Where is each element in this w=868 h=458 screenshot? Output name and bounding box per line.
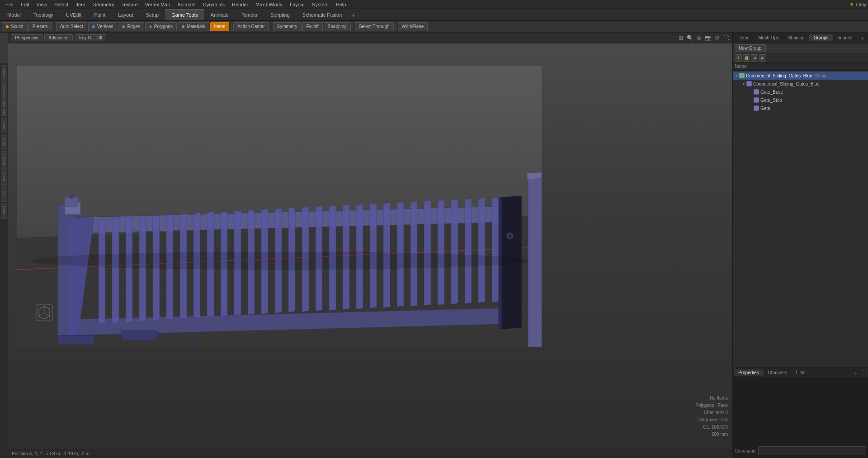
menu-dynamics[interactable]: Dynamics	[199, 0, 228, 9]
menu-view[interactable]: View	[33, 0, 51, 9]
vp-settings-icon[interactable]: ⚙	[713, 34, 721, 42]
st-eye-btn[interactable]: 👁	[735, 54, 742, 62]
mode-tab-add[interactable]: +	[348, 11, 359, 19]
vp-perspective-btn[interactable]: Perspective	[11, 34, 42, 41]
vp-advanced-btn[interactable]: Advanced	[44, 34, 72, 41]
vp-camera-icon[interactable]: 📷	[704, 34, 712, 42]
select-through-button[interactable]: Select Through	[355, 22, 394, 31]
presets-label: Presets	[33, 24, 48, 29]
rp-tab-items[interactable]: Items	[734, 34, 754, 41]
rp-tab-add[interactable]: +	[858, 34, 867, 42]
menu-geometry[interactable]: Geometry	[89, 0, 118, 9]
action-center-button[interactable]: Action Center	[233, 22, 269, 31]
tab-layout[interactable]: Layout	[112, 9, 139, 20]
tool-bar: Sculpt Presets Auto Select Vertices Edge…	[0, 21, 868, 33]
viewport-statusbar: Position X, Y, Z: -7.88 m, -1.19 m, -2 m	[8, 449, 732, 458]
viewport-canvas[interactable]: No Items Polygons : Face Channels: 0 Def…	[8, 43, 732, 449]
vp-raygl-btn[interactable]: Ray GL: Off	[75, 34, 107, 41]
tab-render[interactable]: Render	[235, 9, 264, 20]
presets-button[interactable]: Presets	[28, 22, 52, 31]
scene-tree-toolbar: 👁 🔒 ◀ ▶	[733, 53, 868, 62]
command-input[interactable]	[758, 446, 866, 455]
vp-center-icon[interactable]: ⊕	[695, 34, 703, 42]
menu-select[interactable]: Select	[51, 0, 72, 9]
materials-button[interactable]: Materials	[178, 22, 209, 31]
polygons-button[interactable]: Polygons	[145, 22, 177, 31]
tab-topology[interactable]: Topology	[27, 9, 60, 20]
right-bottom-tabs: Properties Channels Lists + ⛶	[733, 368, 868, 378]
toolbar-fusion[interactable]: Fusion	[1, 203, 7, 219]
falloff-button[interactable]: Falloff	[302, 22, 323, 31]
menu-animate[interactable]: Animate	[174, 0, 199, 9]
menu-layout[interactable]: Layout	[286, 0, 308, 9]
tree-item-gate-stop[interactable]: Gate_Stop	[733, 96, 868, 104]
tab-schematic-fusion[interactable]: Schematic Fusion	[296, 9, 348, 20]
toolbar-polygon[interactable]: Polygon	[1, 151, 7, 167]
menu-system[interactable]: System	[308, 0, 332, 9]
tab-scripting[interactable]: Scripting	[264, 9, 296, 20]
toolbar-deform[interactable]: Deform	[1, 65, 7, 81]
toolbar-edge[interactable]: Edge	[1, 134, 7, 150]
rb-tab-channels[interactable]: Channels	[764, 369, 792, 376]
menu-texture[interactable]: Texture	[118, 0, 142, 9]
items-label: Items	[214, 24, 225, 29]
st-prev-btn[interactable]: ◀	[751, 54, 758, 62]
rp-tab-mesh-ops[interactable]: Mesh Ops	[754, 34, 783, 41]
svg-marker-30	[126, 217, 132, 322]
snapping-button[interactable]: Snapping	[324, 22, 351, 31]
menu-item[interactable]: Item	[72, 0, 89, 9]
tree-item-csb[interactable]: ▼ Commercial_Sliding_Gates_Blue	[733, 80, 868, 88]
vp-raygl-label: Ray GL: Off	[79, 35, 103, 40]
workplane-button[interactable]: WorkPlane	[398, 22, 428, 31]
vp-icon-bar: ⊞ 🔍 ⊕ 📷 ⚙ ⛶	[677, 34, 730, 42]
tab-model[interactable]: Model	[1, 9, 27, 20]
vertices-button[interactable]: Vertices	[88, 22, 118, 31]
tree-item-gate[interactable]: Gate	[733, 104, 868, 112]
tab-game-tools[interactable]: Game Tools	[165, 9, 204, 20]
tree-item-root[interactable]: ▼ Commercial_Sliding_Gates_Blue Group	[733, 72, 868, 80]
toolbar-vertex[interactable]: Vertex	[1, 117, 7, 133]
tree-gate-base-label: Gate_Base	[760, 90, 783, 95]
menu-file[interactable]: File	[2, 0, 17, 9]
rb-tab-add[interactable]: +	[851, 369, 860, 377]
symmetry-button[interactable]: Symmetry	[273, 22, 302, 31]
auto-select-button[interactable]: Auto Select	[56, 22, 87, 31]
scene-tree[interactable]: ▼ Commercial_Sliding_Gates_Blue Group ▼ …	[733, 71, 868, 367]
viewport-area: Perspective Advanced Ray GL: Off ⊞ 🔍 ⊕ 📷…	[8, 33, 732, 458]
toolbar-uv[interactable]: UV	[1, 186, 7, 202]
rp-tab-images[interactable]: Images	[833, 34, 857, 41]
menu-help[interactable]: Help	[332, 0, 350, 9]
tab-setup[interactable]: Setup	[139, 9, 165, 20]
toolbar-curve[interactable]: Curve	[1, 168, 7, 185]
tab-animate[interactable]: Animate	[204, 9, 235, 20]
svg-marker-55	[465, 199, 472, 304]
menu-edit[interactable]: Edit	[17, 0, 33, 9]
rb-tab-properties[interactable]: Properties	[734, 369, 764, 376]
vp-grid-icon[interactable]: ⊞	[677, 34, 684, 42]
vp-maximize-icon[interactable]: ⛶	[722, 34, 730, 42]
tab-paint[interactable]: Paint	[88, 9, 112, 20]
st-next-btn[interactable]: ▶	[759, 54, 766, 62]
tree-item-gate-base[interactable]: Gate_Base	[733, 88, 868, 96]
menu-only-label: Only	[856, 2, 866, 7]
vp-zoom-icon[interactable]: 🔍	[686, 34, 693, 42]
svg-marker-56	[478, 198, 485, 303]
edges-button[interactable]: Edges	[118, 22, 144, 31]
toolbar-mesh-edit[interactable]: Mesh Edit	[1, 100, 7, 116]
items-button[interactable]: Items	[210, 22, 229, 31]
right-bottom-panel: Properties Channels Lists + ⛶ Command	[733, 367, 868, 458]
menu-maxtomodo[interactable]: MaxToModo	[252, 0, 286, 9]
menu-vertex-map[interactable]: Vertex Map	[142, 0, 174, 9]
toolbar-duplicate[interactable]: Duplicate	[1, 82, 7, 99]
rp-tab-groups[interactable]: Groups	[809, 34, 833, 41]
new-group-button[interactable]: New Group	[735, 44, 766, 52]
tab-uvedit[interactable]: UVEdit	[60, 9, 88, 20]
rb-tab-lists[interactable]: Lists	[792, 369, 810, 376]
st-lock-btn[interactable]: 🔒	[743, 54, 750, 62]
sculpt-button[interactable]: Sculpt	[2, 22, 28, 31]
edges-dot	[122, 25, 125, 28]
rb-resize-btn[interactable]: ⛶	[862, 370, 867, 376]
menu-render[interactable]: Render	[228, 0, 252, 9]
rp-tab-shading[interactable]: Shading	[783, 34, 809, 41]
workplane-label: WorkPlane	[402, 24, 424, 29]
